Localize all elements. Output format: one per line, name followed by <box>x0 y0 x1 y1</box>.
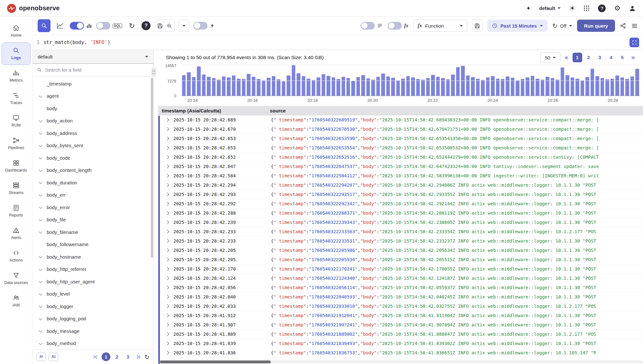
all-fields-button[interactable] <box>36 353 46 361</box>
field-item[interactable]: body_logger <box>32 300 153 313</box>
sidebar-item-dashboards[interactable]: Dashboards <box>2 155 31 177</box>
expand-row-icon[interactable] <box>165 351 169 354</box>
sidebar-item-actions[interactable]: Actions <box>2 245 31 267</box>
sparkle-icon[interactable]: ✦ <box>526 5 531 12</box>
log-row[interactable]: 2025-10-15 20:28:42.653{"_timestamp":"17… <box>158 143 643 153</box>
result-page-button[interactable]: 3 <box>595 53 605 62</box>
log-row[interactable]: 2025-10-15 20:28:42.124{"_timestamp":"17… <box>158 274 643 283</box>
expand-row-icon[interactable] <box>165 276 169 280</box>
save-view-icon[interactable] <box>157 23 163 29</box>
next-pages-icon[interactable]: » <box>631 54 635 61</box>
expand-row-icon[interactable] <box>165 183 169 187</box>
field-item[interactable]: body_hostname <box>32 251 153 263</box>
reset-refresh-icon[interactable]: ↻ <box>126 20 137 31</box>
log-row[interactable]: 2025-10-15 20:28:42.033{"_timestamp":"17… <box>158 302 643 311</box>
log-row[interactable]: 2025-10-15 20:28:41.836{"_timestamp":"17… <box>158 348 643 358</box>
user-profile-icon[interactable] <box>629 5 636 12</box>
last-page-icon[interactable] <box>136 354 141 360</box>
field-item[interactable]: body_code <box>32 152 153 164</box>
log-row[interactable]: 2025-10-15 20:28:41.912{"_timestamp":"17… <box>158 311 643 320</box>
sql-mode-toggle[interactable]: SQL <box>96 22 122 30</box>
first-page-icon[interactable] <box>93 354 98 360</box>
log-row[interactable]: 2025-10-15 20:28:42.233{"_timestamp":"17… <box>158 236 643 246</box>
field-item[interactable]: body_file <box>32 214 153 226</box>
interesting-fields-button[interactable] <box>49 353 58 361</box>
sidebar-item-alerts[interactable]: Alerts <box>2 222 31 245</box>
result-page-button[interactable]: 5 <box>618 53 627 62</box>
expand-row-icon[interactable] <box>165 314 169 317</box>
log-row[interactable]: 2025-10-15 20:28:42.653{"_timestamp":"17… <box>158 134 643 143</box>
expand-row-icon[interactable] <box>165 146 169 149</box>
log-row[interactable]: 2025-10-15 20:28:42.689{"_timestamp":"17… <box>158 115 643 125</box>
expand-row-icon[interactable] <box>165 118 169 121</box>
log-row[interactable]: 2025-10-15 20:28:42.292{"_timestamp":"17… <box>158 199 643 209</box>
table-horizontal-scrollbar[interactable] <box>160 360 643 363</box>
field-item[interactable]: body_content_length <box>32 164 153 177</box>
horizontal-scrollbar-thumb[interactable] <box>160 360 271 363</box>
expand-row-icon[interactable] <box>165 202 169 205</box>
log-row[interactable]: 2025-10-15 20:28:41.839{"_timestamp":"17… <box>158 339 643 348</box>
log-row[interactable]: 2025-10-15 20:28:42.647{"_timestamp":"17… <box>158 162 643 171</box>
sidebar-item-iam[interactable]: IAM <box>2 290 31 312</box>
field-item[interactable]: body <box>32 102 153 115</box>
wrap-lines-toggle[interactable] <box>361 22 383 30</box>
help-question-icon[interactable]: ? <box>598 4 606 12</box>
histogram-toggle[interactable] <box>70 22 92 30</box>
refresh-fields-icon[interactable]: ↻ <box>144 353 150 360</box>
sidebar-item-traces[interactable]: Traces <box>2 87 31 110</box>
log-row[interactable]: 2025-10-15 20:28:42.670{"_timestamp":"17… <box>158 125 643 134</box>
expand-editor-button[interactable] <box>629 38 639 47</box>
field-item[interactable]: body_address <box>32 127 153 139</box>
result-page-button[interactable]: 4 <box>606 53 616 62</box>
field-item[interactable]: agent <box>32 90 153 102</box>
log-row[interactable]: 2025-10-15 20:28:41.907{"_timestamp":"17… <box>158 320 643 330</box>
field-item[interactable]: body_level <box>32 288 153 300</box>
expand-row-icon[interactable] <box>165 192 169 196</box>
sidebar-item-streams[interactable]: Streams <box>2 177 31 200</box>
field-item[interactable]: body_error <box>32 201 153 214</box>
expand-row-icon[interactable] <box>165 342 169 345</box>
field-item[interactable]: body_action <box>32 115 153 127</box>
expand-row-icon[interactable] <box>165 267 169 271</box>
expand-row-icon[interactable] <box>165 137 169 140</box>
save-function-button[interactable] <box>472 20 482 32</box>
sidebar-item-logs[interactable]: Logs <box>2 42 31 65</box>
expand-row-icon[interactable] <box>165 174 169 177</box>
field-item[interactable]: body_http_user_agent <box>32 275 153 288</box>
visualize-chart-icon[interactable] <box>55 20 66 31</box>
query-help-icon[interactable]: ? <box>142 21 151 30</box>
function-toggle[interactable]: fx <box>388 22 408 30</box>
field-search-input[interactable] <box>45 67 135 73</box>
prev-pages-icon[interactable]: « <box>564 54 568 61</box>
field-item[interactable]: body_http_referrer <box>32 263 153 276</box>
field-item[interactable]: body_bytes_sent <box>32 139 153 152</box>
expand-row-icon[interactable] <box>165 220 169 224</box>
run-query-button[interactable]: Run query <box>577 20 615 32</box>
field-item[interactable]: body_logging_pod <box>32 313 153 325</box>
logo[interactable]: openobserve <box>7 4 60 13</box>
field-item[interactable]: body_filename <box>32 226 153 238</box>
expand-row-icon[interactable] <box>165 155 169 159</box>
field-item[interactable]: body_followername <box>32 238 153 251</box>
table-vertical-scrollbar[interactable] <box>158 116 160 364</box>
query-editor[interactable]: 1 str_match(body, 'INFO') <box>32 35 643 50</box>
expand-row-icon[interactable] <box>165 258 169 261</box>
org-selector[interactable]: default <box>539 5 561 11</box>
theme-sun-icon[interactable]: ☀ <box>569 4 575 12</box>
search-mode-button[interactable] <box>38 19 51 32</box>
result-page-button[interactable]: 2 <box>584 53 593 62</box>
result-page-button[interactable]: 1 <box>573 53 582 62</box>
sidebar-item-pipelines[interactable]: Pipelines <box>2 132 31 155</box>
expand-row-icon[interactable] <box>165 304 169 308</box>
apps-grid-icon[interactable] <box>583 5 590 11</box>
log-row[interactable]: 2025-10-15 20:28:41.889{"_timestamp":"17… <box>158 330 643 339</box>
field-item[interactable]: body_message <box>32 325 153 337</box>
log-row[interactable]: 2025-10-15 20:28:42.040{"_timestamp":"17… <box>158 292 643 302</box>
field-item[interactable]: body_method <box>32 337 153 350</box>
expand-row-icon[interactable] <box>165 164 169 168</box>
expand-row-icon[interactable] <box>165 295 169 298</box>
sidebar-item-metrics[interactable]: Metrics <box>2 65 31 87</box>
field-page-button[interactable]: 1 <box>102 352 110 361</box>
search-saved-icon[interactable] <box>166 23 172 29</box>
field-item[interactable]: body_duration <box>32 176 153 189</box>
